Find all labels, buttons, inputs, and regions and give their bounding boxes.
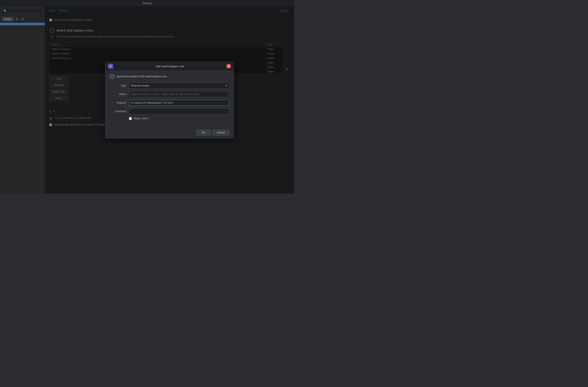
- sidebar: 🔍 Project ☰ ⇅: [0, 6, 45, 194]
- modal-description-text: Specify the details of the match/replace…: [117, 75, 167, 78]
- modal-cancel-button[interactable]: Cancel: [212, 130, 229, 136]
- search-input[interactable]: 🔍: [2, 8, 43, 14]
- modal-body: ? Specify the details of the match/repla…: [105, 71, 233, 127]
- project-button[interactable]: Project: [2, 17, 13, 21]
- modal-match-input[interactable]: [129, 91, 229, 97]
- modal-regex-checkbox[interactable]: [129, 117, 132, 120]
- modal-regex-row: Regex match: [129, 117, 229, 120]
- modal-comment-label: Comment:: [110, 110, 127, 113]
- main-content: Tools > Proxy Manag... Remove secure fla…: [45, 6, 294, 194]
- modal-overlay: ⚡ Add match/replace rule ✕ ? Specify the…: [45, 6, 294, 194]
- sidebar-project-row: Project ☰ ⇅: [0, 16, 45, 23]
- modal-replace-input[interactable]: [129, 100, 229, 106]
- modal-type-select[interactable]: Request header Response header Request b…: [129, 83, 229, 89]
- modal-footer: OK Cancel: [105, 127, 233, 138]
- modal-comment-input[interactable]: [129, 108, 229, 114]
- modal-icon: ⚡: [108, 64, 113, 69]
- modal-titlebar: ⚡ Add match/replace rule ✕: [105, 62, 233, 71]
- modal-dialog: ⚡ Add match/replace rule ✕ ? Specify the…: [105, 62, 234, 138]
- sidebar-icon-btn-1[interactable]: ☰: [15, 17, 19, 21]
- modal-title: Add match/replace rule: [115, 65, 225, 68]
- sidebar-icon-btn-2[interactable]: ⇅: [20, 17, 25, 21]
- modal-match-row: Match:: [110, 91, 229, 97]
- modal-regex-label: Regex match: [133, 117, 149, 120]
- title-bar: Settings: [0, 0, 294, 6]
- sidebar-search-area: 🔍: [0, 6, 45, 16]
- modal-icon-label: ⚡: [109, 65, 112, 68]
- modal-comment-row: Comment:: [110, 108, 229, 114]
- modal-match-label: Match:: [110, 93, 127, 96]
- title-bar-text: Settings: [142, 2, 151, 5]
- modal-replace-row: Replace:: [110, 100, 229, 106]
- search-icon: 🔍: [4, 10, 7, 12]
- modal-type-row: Type: Request header Response header Req…: [110, 83, 229, 89]
- modal-info-icon: ?: [110, 74, 114, 79]
- modal-description: ? Specify the details of the match/repla…: [110, 74, 229, 79]
- modal-ok-button[interactable]: OK: [196, 130, 210, 136]
- modal-replace-label: Replace:: [110, 101, 127, 104]
- modal-type-label: Type:: [110, 84, 127, 87]
- modal-close-button[interactable]: ✕: [226, 64, 231, 68]
- sidebar-item-active[interactable]: [0, 23, 45, 25]
